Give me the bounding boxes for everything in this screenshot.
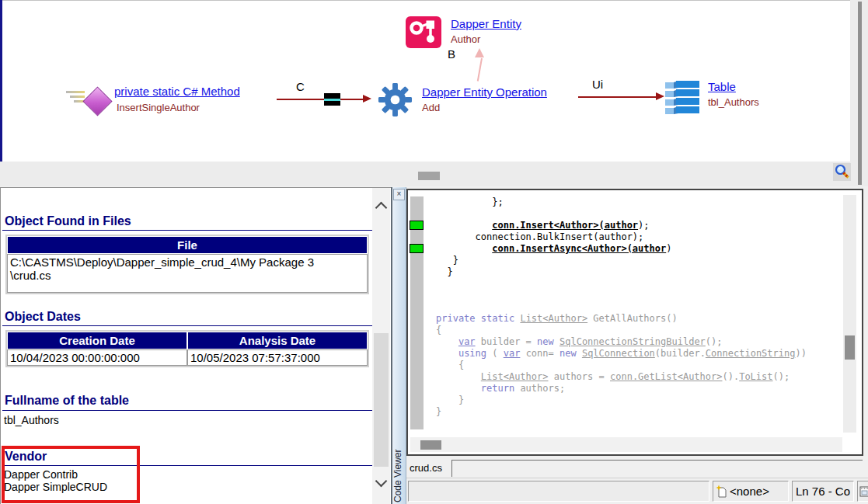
code-viewer-panel: }; conn.Insert<Author>(author); connecti… xyxy=(406,189,863,456)
creation-date-header: Creation Date xyxy=(7,332,187,349)
tab-crud-cs[interactable]: crud.cs xyxy=(410,462,442,474)
annotation-value: <none> xyxy=(730,485,769,498)
speed-lines-icon xyxy=(70,96,85,98)
tab-strip-line xyxy=(451,460,863,461)
code-horizontal-scrollbar[interactable] xyxy=(410,437,842,452)
operation-node-link[interactable]: Dapper Entity Operation xyxy=(422,85,547,99)
code-vertical-scrollbar[interactable] xyxy=(843,195,856,433)
file-table: File C:\CASTMS\Deploy\Dapper_simple_crud… xyxy=(5,235,369,294)
table-node-link[interactable]: Table xyxy=(708,80,736,93)
fullname-value: tbl_Authors xyxy=(4,414,59,426)
status-annotation-panel: <none> xyxy=(713,481,789,502)
arrowhead-icon xyxy=(363,95,371,103)
panel-scrollbar-thumb[interactable] xyxy=(374,333,389,467)
annotation-icon xyxy=(716,485,727,499)
code-horizontal-scrollbar-thumb[interactable] xyxy=(420,440,441,450)
table-icon[interactable] xyxy=(665,80,700,114)
section-heading-fullname: Fullname of the table xyxy=(5,394,129,408)
red-annotation-box xyxy=(2,446,140,503)
operation-node-name: Add xyxy=(422,102,440,113)
creation-date-value: 10/04/2023 00:00:00:000 xyxy=(7,349,187,366)
entity-node-link[interactable]: Dapper Entity xyxy=(451,17,521,30)
divider xyxy=(2,325,372,326)
code-lines: }; conn.Insert<Author>(author); connecti… xyxy=(410,196,807,429)
diagram-vertical-scrollbar-thumb[interactable] xyxy=(858,2,862,185)
application-window: private static C# Method InsertSingleAut… xyxy=(0,0,868,504)
divider xyxy=(2,410,372,411)
close-icon[interactable]: × xyxy=(393,189,405,200)
method-node-link[interactable]: private static C# Method xyxy=(114,85,240,98)
line-col-value: Ln 76 - Co xyxy=(796,485,850,498)
edge-line-c xyxy=(277,99,364,100)
code-viewer-strip-label: Code Viewer xyxy=(392,318,405,504)
dates-table: Creation Date Analysis Date 10/04/2023 0… xyxy=(5,330,369,367)
divider xyxy=(2,230,372,231)
object-properties-panel: Object Found in Files File C:\CASTMS\Dep… xyxy=(0,187,391,504)
table-node-name: tbl_Authors xyxy=(708,96,759,108)
magnifier-icon xyxy=(834,164,850,180)
csharp-method-icon[interactable] xyxy=(82,86,112,116)
file-table-header: File xyxy=(7,236,368,254)
dapper-entity-icon[interactable] xyxy=(406,16,441,48)
analysis-date-header: Analysis Date xyxy=(187,332,368,349)
window-icon xyxy=(859,485,868,498)
zoom-button[interactable] xyxy=(833,163,851,181)
speed-lines-icon xyxy=(66,91,85,93)
status-icon-panel[interactable] xyxy=(857,481,868,502)
gear-icon[interactable] xyxy=(378,82,413,117)
top-border xyxy=(0,0,868,1)
file-path-line2: \crud.cs xyxy=(10,269,364,282)
edge-line-ui xyxy=(578,96,657,98)
file-path-line1: C:\CASTMS\Deploy\Dapper_simple_crud_4\My… xyxy=(10,255,364,269)
arrowhead-icon xyxy=(656,92,664,100)
left-accent-border xyxy=(0,0,2,162)
file-path-cell: C:\CASTMS\Deploy\Dapper_simple_crud_4\My… xyxy=(7,254,368,293)
status-message-panel xyxy=(408,481,709,502)
code-vertical-scrollbar-thumb[interactable] xyxy=(845,335,855,360)
analysis-date-value: 10/05/2023 07:57:37:000 xyxy=(187,349,368,366)
edge-label-c: C xyxy=(296,80,305,93)
edge-line-entity xyxy=(477,58,483,82)
edge-label-ui: Ui xyxy=(592,78,603,91)
section-heading-object-dates: Object Dates xyxy=(5,310,81,324)
entity-badge: B xyxy=(448,47,455,61)
status-bar: <none> Ln 76 - Co xyxy=(406,478,868,504)
tab-border xyxy=(451,460,452,477)
diagram-horizontal-scrollbar-thumb[interactable] xyxy=(418,172,440,180)
diagram-canvas[interactable]: private static C# Method InsertSingleAut… xyxy=(0,0,868,162)
entity-node-name: Author xyxy=(451,33,480,45)
method-node-name: InsertSingleAuthor xyxy=(117,102,200,113)
link-decoration-icon xyxy=(324,93,340,106)
arrowhead-up-icon xyxy=(475,48,484,57)
status-line-col-panel: Ln 76 - Co xyxy=(792,481,854,502)
section-heading-found-in-files: Object Found in Files xyxy=(5,214,131,228)
